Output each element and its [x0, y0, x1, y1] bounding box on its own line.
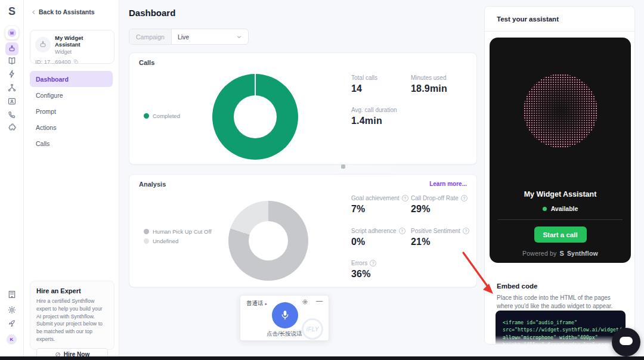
calls-donut-chart[interactable]: Completed: [212, 74, 298, 160]
donut-hole: [249, 221, 288, 260]
stat-label-goal: Goal achievement: [351, 195, 400, 201]
phone-icon: [7, 110, 17, 120]
sidebar-item-actions[interactable]: Actions: [30, 119, 113, 135]
start-call-button[interactable]: Start a call: [534, 226, 587, 243]
info-icon[interactable]: ?: [370, 260, 376, 266]
synthflow-logo: S: [0, 5, 24, 18]
stat-label-errors: Errors: [351, 260, 367, 266]
stat-value-total-calls: 14: [351, 83, 377, 94]
hire-card-title: Hire an Expert: [36, 287, 108, 294]
rail-workflows-item[interactable]: [7, 83, 17, 92]
hierarchy-icon: [7, 83, 17, 92]
info-icon[interactable]: ?: [399, 228, 405, 234]
book-icon: [7, 56, 17, 66]
widget-assistant-name: My Widget Assistant: [490, 190, 631, 198]
sidebar-menu: Dashboard Configure Prompt Actions Calls: [30, 71, 113, 151]
workspace-avatar-letter: M: [8, 29, 16, 37]
code-line: allow="microphone" width="400px": [503, 334, 618, 341]
campaign-select[interactable]: Campaign Live: [129, 29, 249, 45]
building-icon: [7, 290, 17, 299]
microphone-icon: [279, 309, 291, 321]
rail-knowledge-item[interactable]: [7, 56, 17, 66]
stat-value-dropoff: 29%: [411, 204, 467, 215]
embed-code-title: Embed code: [497, 283, 537, 290]
assistant-id: ID: 17...69400: [35, 58, 71, 65]
sidebar: Back to Assistants My Widget Assistant W…: [24, 0, 119, 356]
stat-value-sentiment: 21%: [411, 237, 469, 247]
stat-label-dropoff: Call Drop-off Rate: [411, 195, 459, 201]
legend-dot: [144, 113, 149, 119]
sidebar-item-dashboard[interactable]: Dashboard: [30, 71, 113, 87]
legend-item-undefined[interactable]: Undefined: [144, 238, 212, 244]
rail-integrations-item[interactable]: [7, 123, 17, 133]
sidebar-item-calls[interactable]: Calls: [30, 135, 113, 151]
chat-bubble-icon: [620, 337, 633, 345]
rail-launch-item[interactable]: [7, 319, 17, 328]
minimize-button[interactable]: —: [316, 297, 323, 304]
rail-contacts-item[interactable]: [7, 97, 17, 106]
voice-input-widget: 普通话▸ — iFLY 点击/长按说话: [240, 295, 329, 341]
rail-settings-item[interactable]: [7, 305, 17, 315]
panel-title: Test your assistant: [485, 7, 634, 32]
hire-card-body: Hire a certified Synthflow expert to hel…: [36, 297, 108, 343]
powered-by-label: Powered by: [522, 250, 556, 257]
rocket-icon: [7, 319, 17, 328]
assistant-card[interactable]: My Widget Assistant Widget ID: 17...6940…: [30, 30, 114, 64]
status-badge: Available: [490, 205, 631, 212]
back-to-assistants-link[interactable]: Back to Assistants: [31, 8, 95, 15]
chat-widget-button[interactable]: [612, 328, 640, 356]
puzzle-icon: [7, 123, 17, 133]
microphone-button[interactable]: [272, 302, 298, 328]
rail-assistants-item[interactable]: [5, 42, 18, 55]
icon-rail: S M K: [0, 0, 24, 356]
info-icon[interactable]: ?: [463, 228, 469, 234]
voice-sphere-visualization: [524, 74, 597, 148]
embed-code-description: Place this code into the HTML of the pag…: [497, 294, 626, 311]
analysis-donut-chart[interactable]: [228, 201, 308, 281]
hire-expert-card: Hire an Expert Hire a certified Synthflo…: [30, 281, 114, 350]
status-label: Available: [551, 205, 578, 212]
chart-tooltip-faded: Completed: [338, 160, 392, 172]
campaign-select-value: Live: [178, 33, 189, 41]
workspace-avatar[interactable]: M: [5, 26, 18, 39]
learn-more-link[interactable]: Learn more...: [429, 181, 467, 187]
sidebar-item-configure[interactable]: Configure: [30, 87, 113, 103]
powered-by: Powered by S Synthflow: [490, 250, 631, 257]
info-icon[interactable]: ?: [461, 195, 467, 201]
legend-dot: [144, 238, 149, 244]
page-title: Dashboard: [129, 8, 175, 18]
rail-calls-item[interactable]: [7, 110, 17, 120]
stat-value-avg-duration: 1.4min: [351, 116, 397, 126]
divider: [498, 219, 623, 220]
code-line: <iframe id="audio_iframe": [503, 319, 618, 326]
assistant-name: My Widget Assistant: [55, 35, 109, 48]
assistant-widget-preview: My Widget Assistant Available Start a ca…: [490, 38, 631, 263]
analysis-card: Analysis Learn more... Human Pick Up Cut…: [129, 174, 477, 287]
legend-dot: [144, 229, 149, 234]
stat-label-sentiment: Positive Sentiment: [411, 228, 460, 234]
stat-label-minutes-used: Minutes used: [411, 75, 447, 81]
assistant-type: Widget: [55, 49, 109, 55]
calls-legend: Completed: [144, 113, 180, 119]
voice-hint-text: 点击/长按说话: [240, 330, 329, 338]
stat-value-minutes-used: 18.9min: [411, 83, 447, 94]
legend-item-completed[interactable]: Completed: [144, 113, 180, 119]
analysis-legend: Human Pick Up Cut Off Undefined: [144, 228, 212, 244]
legend-label: Completed: [153, 113, 180, 119]
gear-icon[interactable]: [302, 299, 308, 305]
status-dot: [543, 207, 547, 211]
legend-label: Human Pick Up Cut Off: [153, 228, 212, 235]
rail-organization-item[interactable]: [7, 290, 17, 299]
donut-segment-gap: [255, 74, 256, 96]
robot-icon: [8, 45, 16, 53]
info-icon[interactable]: ?: [402, 195, 408, 201]
stat-label-script: Script adherence: [351, 228, 397, 234]
sidebar-item-prompt[interactable]: Prompt: [30, 103, 113, 119]
legend-item-human-pickup[interactable]: Human Pick Up Cut Off: [144, 228, 212, 235]
embed-code-block[interactable]: <iframe id="audio_iframe" src="https://w…: [496, 311, 626, 345]
voice-language-selector[interactable]: 普通话▸: [246, 300, 267, 308]
copy-icon[interactable]: [73, 59, 79, 64]
user-avatar[interactable]: K: [7, 334, 17, 345]
rail-actions-item[interactable]: [7, 69, 17, 79]
analysis-card-title: Analysis: [139, 181, 166, 188]
